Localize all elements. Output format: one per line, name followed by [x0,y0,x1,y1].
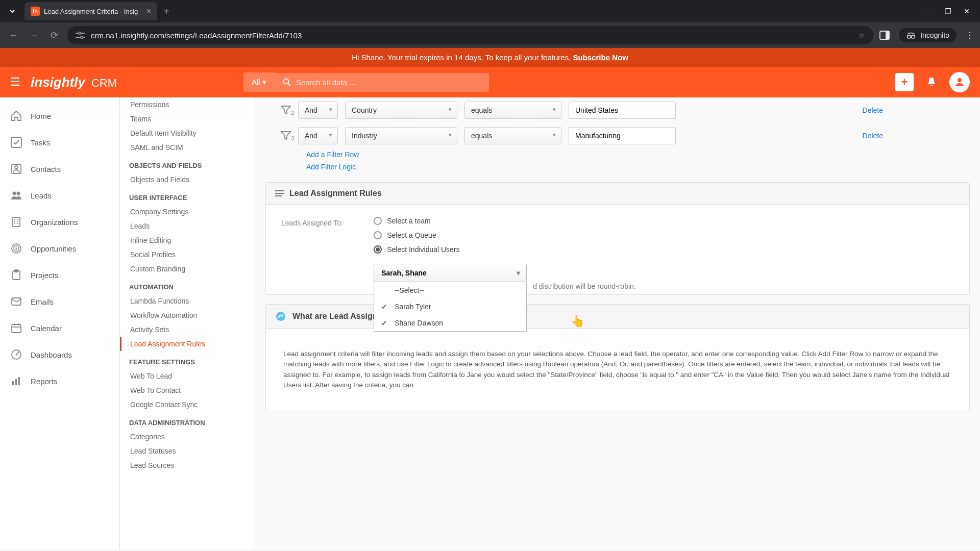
add-filter-row-link[interactable]: Add a Filter Row [265,148,970,161]
radio-select-queue[interactable]: Select a Queue [374,231,527,239]
calendar-icon [10,322,22,334]
filter-operator-select[interactable]: equals [464,127,561,144]
settings-item-lead-statuses[interactable]: Lead Statuses [120,444,255,458]
dropdown-item[interactable]: ✓ Sarah Tyler [374,298,526,315]
settings-item-workflow-automation[interactable]: Workflow Automation [120,308,255,322]
svg-point-8 [908,35,911,38]
filter-row: 3 And Industry equals Delete [265,123,970,148]
svg-rect-24 [17,223,18,224]
info-body-text: Lead assignment criteria will filter inc… [281,341,954,398]
building-icon [10,216,22,228]
url-input[interactable]: crm.na1.insightly.com/settings/LeadAssig… [67,26,873,44]
filter-operator-select[interactable]: equals [464,102,561,119]
forward-button[interactable]: → [27,30,41,41]
settings-item-objects-and-fields[interactable]: Objects and Fields [120,172,255,187]
settings-item-custom-branding[interactable]: Custom Branding [120,262,255,276]
tab-list-dropdown[interactable] [4,3,20,19]
side-panel-icon[interactable] [879,31,890,40]
settings-item-default-item-visibility[interactable]: Default Item Visibility [120,126,255,140]
maximize-button[interactable]: ❐ [945,7,951,15]
nav-item-tasks[interactable]: Tasks [0,129,119,156]
dropdown-item[interactable]: ✓ Shane Dawson [374,315,526,331]
incognito-badge[interactable]: Incognito [899,28,957,42]
nav-item-emails[interactable]: Emails [0,288,119,315]
mail-icon [10,295,22,308]
settings-item-social-profiles[interactable]: Social Profiles [120,247,255,262]
svg-rect-19 [14,219,15,220]
radio-select-users[interactable]: Select Individual Users [374,245,527,254]
filter-field-select[interactable]: Industry [345,127,457,144]
user-multiselect[interactable]: Sarah, Shane [374,264,527,282]
svg-rect-37 [12,381,14,385]
svg-rect-22 [17,221,18,222]
settings-item-company-settings[interactable]: Company Settings [120,205,255,219]
svg-point-2 [79,32,81,34]
settings-item-web-to-contact[interactable]: Web To Contact [120,383,255,397]
quick-add-button[interactable]: + [895,73,914,91]
user-menu-button[interactable] [949,72,970,92]
notifications-icon[interactable] [926,77,937,88]
nav-item-opportunities[interactable]: Opportunities [0,235,119,262]
filter-row: 2 And Country equals Delete [265,97,970,123]
hamburger-icon[interactable]: ☰ [10,76,20,89]
back-button[interactable]: ← [6,30,20,41]
delete-filter-link[interactable]: Delete [863,132,883,140]
filter-logic-select[interactable]: And [298,102,338,119]
settings-item-lead-assignment-rules[interactable]: Lead Assignment Rules [120,337,255,351]
settings-group-header: AUTOMATION [120,276,255,294]
radio-select-team[interactable]: Select a team [374,217,527,225]
settings-item-permissions[interactable]: Permissions [120,97,255,112]
search-input[interactable] [296,78,481,87]
contact-icon [10,163,22,175]
app-header: ☰ insightly CRM All ▾ + [0,67,980,97]
target-icon [10,242,22,255]
subscribe-link[interactable]: Subscribe Now [573,53,628,62]
svg-point-17 [17,192,20,195]
nav-item-calendar[interactable]: Calendar [0,315,119,341]
close-icon[interactable]: × [146,7,151,16]
settings-item-web-to-lead[interactable]: Web To Lead [120,369,255,383]
new-tab-button[interactable]: + [163,6,169,17]
svg-line-11 [288,84,290,86]
settings-item-leads[interactable]: Leads [120,219,255,233]
add-filter-logic-link[interactable]: Add Filter Logic [265,161,970,173]
bookmark-icon[interactable]: ☆ [859,31,865,39]
filter-value-input[interactable] [569,127,676,144]
list-icon [275,190,284,197]
filter-logic-select[interactable]: And [298,127,338,144]
filter-field-select[interactable]: Country [345,102,457,119]
logo[interactable]: insightly CRM [31,74,117,90]
settings-item-teams[interactable]: Teams [120,112,255,126]
browser-menu-icon[interactable]: ⋮ [966,31,974,40]
close-window-button[interactable]: ✕ [964,7,970,15]
svg-rect-18 [13,217,20,227]
nav-item-dashboards[interactable]: Dashboards [0,341,119,368]
nav-item-leads[interactable]: Leads [0,182,119,209]
settings-group-header: FEATURE SETTINGS [120,351,255,369]
settings-item-categories[interactable]: Categories [120,430,255,444]
settings-item-inline-editing[interactable]: Inline Editing [120,233,255,247]
reload-button[interactable]: ⟳ [47,30,61,41]
nav-item-contacts[interactable]: Contacts [0,156,119,182]
nav-item-home[interactable]: Home [0,103,119,129]
browser-tab[interactable]: In Lead Assignment Criteria - Insig × [24,2,157,20]
search-scope-dropdown[interactable]: All ▾ [243,72,275,92]
dropdown-placeholder[interactable]: --Select-- [374,282,526,298]
minimize-button[interactable]: — [925,7,933,15]
nav-item-projects[interactable]: Projects [0,262,119,288]
site-settings-icon[interactable] [76,32,85,39]
settings-item-lead-sources[interactable]: Lead Sources [120,458,255,472]
svg-rect-23 [14,223,15,224]
settings-item-activity-sets[interactable]: Activity Sets [120,322,255,337]
tab-favicon-icon: In [31,7,40,16]
settings-item-lambda-functions[interactable]: Lambda Functions [120,294,255,308]
nav-item-organizations[interactable]: Organizations [0,209,119,235]
nav-item-reports[interactable]: Reports [0,368,119,394]
hint-text: d distribution will be round-robin. [533,282,636,290]
delete-filter-link[interactable]: Delete [863,106,883,114]
svg-rect-7 [886,31,889,39]
settings-item-google-contact-sync[interactable]: Google Contact Sync [120,397,255,412]
incognito-icon [906,32,916,39]
filter-value-input[interactable] [569,102,676,119]
settings-item-saml-and-scim[interactable]: SAML and SCIM [120,140,255,155]
